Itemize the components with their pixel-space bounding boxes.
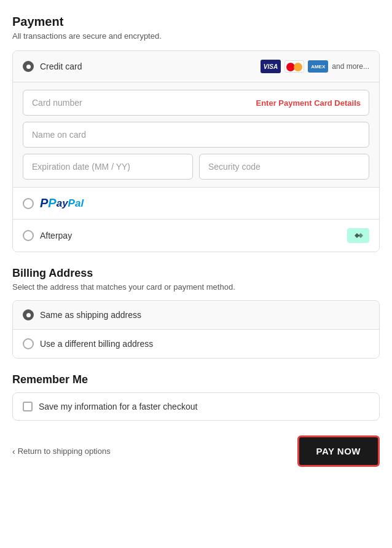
name-on-card-wrapper — [23, 122, 369, 148]
page-title: Payment — [12, 15, 380, 29]
billing-same-label: Same as shipping address — [40, 310, 141, 320]
back-arrow-icon: ‹ — [12, 447, 15, 456]
remember-me-checkbox[interactable] — [23, 402, 33, 411]
afterpay-label: Afterpay — [40, 231, 341, 240]
pay-now-button[interactable]: PAY NOW — [297, 435, 380, 467]
afterpay-option[interactable]: Afterpay — [13, 220, 379, 252]
paypal-option[interactable]: P P ay Pal — [13, 188, 379, 220]
card-fields: Enter Payment Card Details — [13, 82, 379, 188]
billing-options: Same as shipping address Use a different… — [12, 300, 380, 359]
expiry-input[interactable] — [23, 154, 193, 180]
billing-option-different[interactable]: Use a different billing address — [13, 330, 379, 358]
paypal-radio[interactable] — [23, 198, 34, 209]
card-number-wrapper: Enter Payment Card Details — [23, 90, 369, 116]
remember-me-title: Remember Me — [12, 373, 380, 386]
remember-me-label: Save my information for a faster checkou… — [39, 402, 197, 411]
payment-section: Credit card VISA AMEX and more... Enter … — [12, 50, 380, 252]
visa-logo: VISA — [261, 60, 281, 73]
afterpay-icon — [347, 228, 369, 243]
credit-card-radio[interactable] — [23, 61, 34, 72]
back-link-text: Return to shipping options — [18, 447, 111, 456]
billing-address-section: Billing Address Select the address that … — [12, 267, 380, 359]
footer-row: ‹ Return to shipping options PAY NOW — [12, 435, 380, 467]
billing-same-radio[interactable] — [23, 309, 34, 320]
billing-title: Billing Address — [12, 267, 380, 280]
billing-option-same[interactable]: Same as shipping address — [13, 301, 379, 330]
expiry-security-row — [23, 154, 369, 180]
billing-subtitle: Select the address that matches your car… — [12, 282, 380, 292]
page-subtitle: All transactions are secure and encrypte… — [12, 31, 380, 41]
remember-me-section: Remember Me Save my information for a fa… — [12, 373, 380, 421]
back-link[interactable]: ‹ Return to shipping options — [12, 447, 111, 456]
card-number-input[interactable] — [23, 90, 369, 116]
paypal-logo: P P ay Pal — [40, 196, 84, 210]
credit-card-label: Credit card — [40, 62, 254, 71]
security-code-input[interactable] — [199, 154, 369, 180]
mastercard-logo — [284, 60, 304, 73]
billing-different-label: Use a different billing address — [40, 339, 153, 349]
afterpay-radio[interactable] — [23, 230, 34, 241]
card-logos: VISA AMEX and more... — [261, 60, 369, 73]
remember-me-box: Save my information for a faster checkou… — [12, 392, 380, 421]
amex-logo: AMEX — [308, 60, 328, 73]
and-more-text: and more... — [332, 62, 369, 71]
name-on-card-input[interactable] — [23, 122, 369, 148]
billing-different-radio[interactable] — [23, 338, 34, 349]
credit-card-option[interactable]: Credit card VISA AMEX and more... — [13, 51, 379, 82]
